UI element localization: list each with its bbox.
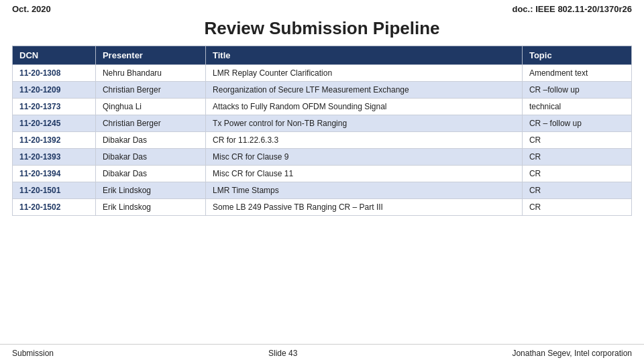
table-row: 11-20-1308Nehru BhandaruLMR Replay Count… xyxy=(13,65,632,82)
cell-title: LMR Replay Counter Clarification xyxy=(206,65,523,82)
footer-slide: Slide 43 xyxy=(54,349,512,358)
header-title: Title xyxy=(206,46,523,65)
date-label: Oct. 2020 xyxy=(12,4,51,14)
cell-presenter: Dibakar Das xyxy=(95,166,205,182)
footer-bar: Submission Slide 43 Jonathan Segev, Inte… xyxy=(0,344,644,362)
cell-topic: CR xyxy=(522,199,631,216)
cell-title: Misc CR for Clause 9 xyxy=(206,149,523,166)
header-presenter: Presenter xyxy=(95,46,205,65)
cell-presenter: Dibakar Das xyxy=(95,149,205,166)
cell-title: CR for 11.22.6.3.3 xyxy=(206,132,523,149)
cell-dcn: 11-20-1501 xyxy=(13,182,96,199)
footer-author: Jonathan Segev, Intel corporation xyxy=(512,349,632,358)
cell-title: Some LB 249 Passive TB Ranging CR – Part… xyxy=(206,199,523,216)
submission-table: DCN Presenter Title Topic 11-20-1308Nehr… xyxy=(12,46,632,216)
cell-presenter: Qinghua Li xyxy=(95,99,205,115)
table-row: 11-20-1502Erik LindskogSome LB 249 Passi… xyxy=(13,199,632,216)
cell-dcn: 11-20-1393 xyxy=(13,149,96,166)
cell-dcn: 11-20-1373 xyxy=(13,99,96,115)
cell-presenter: Erik Lindskog xyxy=(95,182,205,199)
cell-topic: technical xyxy=(522,99,631,115)
table-row: 11-20-1501Erik LindskogLMR Time StampsCR xyxy=(13,182,632,199)
table-row: 11-20-1373Qinghua LiAttacks to Fully Ran… xyxy=(13,99,632,115)
cell-topic: CR xyxy=(522,132,631,149)
header-topic: Topic xyxy=(522,46,631,65)
footer-submission: Submission xyxy=(12,349,54,358)
table-header-row: DCN Presenter Title Topic xyxy=(13,46,632,65)
page-title: Review Submission Pipeline xyxy=(0,18,644,39)
cell-title: LMR Time Stamps xyxy=(206,182,523,199)
cell-title: Attacks to Fully Random OFDM Sounding Si… xyxy=(206,99,523,115)
table-row: 11-20-1393Dibakar DasMisc CR for Clause … xyxy=(13,149,632,166)
cell-topic: Amendment text xyxy=(522,65,631,82)
cell-title: Misc CR for Clause 11 xyxy=(206,166,523,182)
table-row: 11-20-1245Christian BergerTx Power contr… xyxy=(13,115,632,132)
cell-dcn: 11-20-1308 xyxy=(13,65,96,82)
page-container: Oct. 2020 doc.: IEEE 802.11-20/1370r26 R… xyxy=(0,0,644,362)
cell-presenter: Dibakar Das xyxy=(95,132,205,149)
cell-topic: CR – follow up xyxy=(522,115,631,132)
cell-title: Reorganization of Secure LTF Measurement… xyxy=(206,82,523,99)
cell-presenter: Christian Berger xyxy=(95,82,205,99)
cell-topic: CR xyxy=(522,149,631,166)
table-row: 11-20-1394Dibakar DasMisc CR for Clause … xyxy=(13,166,632,182)
cell-dcn: 11-20-1394 xyxy=(13,166,96,182)
cell-presenter: Erik Lindskog xyxy=(95,199,205,216)
cell-title: Tx Power control for Non-TB Ranging xyxy=(206,115,523,132)
cell-dcn: 11-20-1209 xyxy=(13,82,96,99)
top-bar: Oct. 2020 doc.: IEEE 802.11-20/1370r26 xyxy=(0,0,644,17)
cell-dcn: 11-20-1392 xyxy=(13,132,96,149)
cell-presenter: Christian Berger xyxy=(95,115,205,132)
doc-id-label: doc.: IEEE 802.11-20/1370r26 xyxy=(512,4,632,14)
cell-dcn: 11-20-1245 xyxy=(13,115,96,132)
table-row: 11-20-1392Dibakar DasCR for 11.22.6.3.3C… xyxy=(13,132,632,149)
cell-topic: CR xyxy=(522,166,631,182)
table-area: DCN Presenter Title Topic 11-20-1308Nehr… xyxy=(0,46,644,344)
cell-topic: CR xyxy=(522,182,631,199)
table-body: 11-20-1308Nehru BhandaruLMR Replay Count… xyxy=(13,65,632,216)
cell-presenter: Nehru Bhandaru xyxy=(95,65,205,82)
table-row: 11-20-1209Christian BergerReorganization… xyxy=(13,82,632,99)
cell-dcn: 11-20-1502 xyxy=(13,199,96,216)
cell-topic: CR –follow up xyxy=(522,82,631,99)
header-dcn: DCN xyxy=(13,46,96,65)
